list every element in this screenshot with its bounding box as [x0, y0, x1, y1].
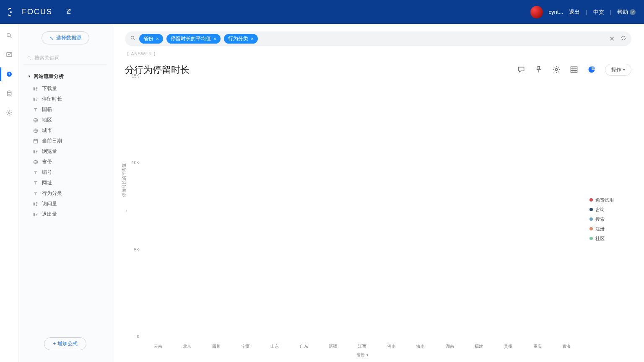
x-tick: 海南 — [406, 341, 435, 358]
refresh-icon[interactable] — [621, 35, 626, 43]
x-tick: 重庆 — [523, 341, 552, 358]
category-group — [465, 80, 493, 341]
query-pill[interactable]: 停留时长的平均值× — [166, 34, 221, 44]
avatar[interactable] — [530, 6, 543, 18]
nav-database-icon[interactable] — [5, 89, 13, 98]
category-group — [552, 80, 580, 341]
field-item[interactable]: 访问量 — [23, 199, 107, 209]
expand-caret-icon[interactable]: › — [126, 208, 127, 213]
x-axis: 云南北京四川宁夏山东广东新疆江西河南海南湖南福建贵州重庆青海省份▾ — [143, 341, 581, 358]
gear-icon[interactable] — [552, 65, 561, 74]
nav-settings-icon[interactable] — [5, 109, 13, 117]
legend-item[interactable]: 咨询 — [589, 207, 631, 213]
query-pillbar: 省份×停留时长的平均值×行为分类× ✕ — [125, 31, 631, 46]
field-item[interactable]: 停留时长 — [23, 94, 107, 104]
field-item[interactable]: 行为分类 — [23, 188, 107, 199]
svg-point-6 — [8, 112, 10, 114]
username[interactable]: cynt... — [549, 9, 564, 15]
y-axis: 停留时长的平均值 05K10K15K — [125, 80, 142, 341]
operate-button[interactable]: 操作▾ — [605, 64, 631, 76]
help-badge-icon: ? — [630, 9, 636, 15]
query-pill[interactable]: 省份× — [139, 34, 163, 44]
legend-item[interactable]: 社区 — [589, 235, 631, 242]
query-pill[interactable]: 行为分类× — [224, 34, 258, 44]
nav-search-icon[interactable] — [5, 31, 13, 40]
category-group — [523, 80, 551, 341]
clear-icon[interactable]: ✕ — [609, 35, 615, 43]
field-label: 国籍 — [42, 106, 52, 113]
field-item[interactable]: 城市 — [23, 125, 107, 136]
chevron-down-icon: ▾ — [623, 67, 625, 72]
iconbar: ? — [0, 24, 18, 362]
category-group — [144, 80, 172, 341]
field-type-icon — [33, 107, 39, 113]
help-link[interactable]: 帮助 ? — [617, 8, 636, 16]
field-label: 退出量 — [42, 211, 57, 218]
field-label: 下载量 — [42, 85, 57, 92]
add-formula-button[interactable]: + 增加公式 — [44, 337, 86, 350]
x-tick: 四川 — [202, 341, 231, 358]
field-type-icon — [33, 96, 39, 102]
logout-link[interactable]: 退出 — [569, 8, 580, 16]
x-tick: 山东 — [260, 341, 289, 358]
pill-label: 行为分类 — [228, 35, 248, 42]
table-icon[interactable] — [570, 65, 578, 74]
x-tick: 新疆 — [319, 341, 348, 358]
pill-remove-icon[interactable]: × — [156, 36, 159, 42]
pin-icon[interactable] — [535, 65, 543, 74]
legend-item[interactable]: 注册 — [589, 226, 631, 232]
legend-item[interactable]: 免费试用 — [589, 197, 631, 203]
category-group — [231, 80, 260, 341]
field-item[interactable]: 国籍 — [23, 104, 107, 115]
legend-label: 注册 — [595, 226, 605, 232]
field-item[interactable]: 下载量 — [23, 83, 107, 94]
pill-label: 省份 — [143, 35, 153, 42]
legend-label: 社区 — [595, 235, 605, 242]
field-item[interactable]: 编号 — [23, 167, 107, 178]
x-tick: 贵州 — [493, 341, 523, 358]
pill-label: 停留时长的平均值 — [171, 35, 211, 42]
x-axis-label[interactable]: 省份▾ — [356, 352, 369, 358]
field-item[interactable]: 退出量 — [23, 209, 107, 220]
field-item[interactable]: 浏览量 — [23, 146, 107, 157]
chart-plot[interactable] — [143, 80, 581, 341]
nav-dashboard-icon[interactable] — [5, 51, 13, 59]
svg-point-12 — [131, 36, 134, 39]
lang-link[interactable]: 中文 — [593, 8, 604, 16]
edit-icon[interactable] — [65, 8, 72, 16]
field-item[interactable]: 地区 — [23, 115, 107, 125]
search-icon[interactable] — [130, 35, 136, 43]
search-icon — [27, 56, 32, 61]
field-type-icon — [33, 86, 39, 92]
category-group — [173, 80, 201, 341]
svg-point-5 — [7, 91, 11, 93]
nav-help-icon[interactable]: ? — [5, 70, 13, 78]
caret-down-icon: ▼ — [28, 75, 31, 78]
legend-item[interactable]: 搜索 — [589, 216, 631, 222]
x-tick: 湖南 — [435, 341, 465, 358]
search-keyword-input[interactable]: 搜索关键词 — [23, 52, 107, 65]
pill-remove-icon[interactable]: × — [251, 36, 254, 42]
select-source-button[interactable]: ⤡ 选择数据源 — [42, 31, 89, 44]
pill-remove-icon[interactable]: × — [213, 36, 216, 42]
legend-swatch — [589, 237, 593, 240]
tree-title[interactable]: ▼ 网站流量分析 — [28, 73, 107, 80]
svg-rect-14 — [571, 67, 577, 72]
field-item[interactable]: 网址 — [23, 178, 107, 188]
field-type-icon — [33, 212, 39, 217]
svg-rect-10 — [34, 139, 37, 143]
x-tick: 青海 — [552, 341, 581, 358]
wand-icon: ⤡ — [49, 35, 54, 41]
legend-swatch — [589, 217, 593, 221]
field-type-icon — [33, 138, 39, 144]
category-group — [494, 80, 522, 341]
category-group — [319, 80, 347, 341]
field-list: 下载量停留时长国籍地区城市当前日期浏览量省份编号网址行为分类访问量退出量 — [23, 83, 107, 220]
field-label: 停留时长 — [42, 96, 62, 103]
field-type-icon — [33, 149, 39, 155]
chart-icon[interactable] — [587, 65, 596, 74]
comment-icon[interactable] — [517, 65, 525, 74]
divider: | — [586, 9, 587, 15]
field-item[interactable]: 省份 — [23, 157, 107, 167]
field-item[interactable]: 当前日期 — [23, 136, 107, 146]
